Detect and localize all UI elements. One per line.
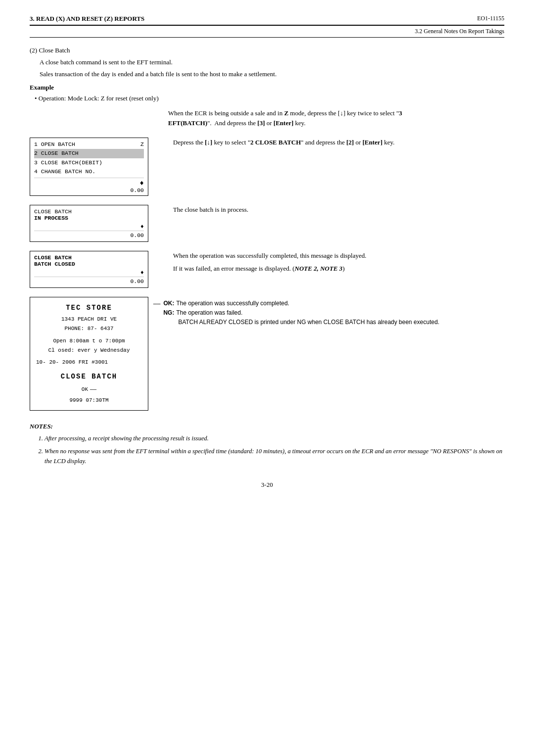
page-number: 3-20 [261,481,273,488]
header-title: 3. READ (X) AND RESET (Z) REPORTS [30,15,144,23]
lcd1-display: 1 OPEN BATCHZ 2 CLOSE BATCH 3 CLOSE BATC… [30,138,163,196]
lcd1-section: 1 OPEN BATCHZ 2 CLOSE BATCH 3 CLOSE BATC… [30,138,504,196]
section-desc2: Sales transaction of the day is ended an… [40,69,504,79]
note-2: When no response was sent from the EFT t… [44,446,504,466]
lcd-bottom-1: ♦ [34,178,144,187]
lcd-box-1: 1 OPEN BATCHZ 2 CLOSE BATCH 3 CLOSE BATC… [30,138,148,196]
note-1: After processing, a receipt showing the … [44,433,504,443]
page-footer: 3-20 [30,481,504,489]
lcd2-section: CLOSE BATCH IN PROCESS ♦ 0.00 The close … [30,205,504,242]
receipt-address: 1343 PEACH DRI VE [36,315,142,324]
lcd3-display: CLOSE BATCH BATCH CLOSED ♦ 0.00 [30,251,163,288]
ok-ng-list: OK: The operation was successfully compl… [163,299,439,328]
notes-list: After processing, a receipt showing the … [44,433,504,466]
receipt-hours-closed: Cl osed: ever y Wednesday [36,346,142,355]
header-doc-number: EO1-11155 [477,15,504,22]
lcd-row-3: 3 CLOSE BATCH(DEBIT) [34,158,144,167]
ok-text: The operation was successfully completed… [176,299,289,308]
receipt-time: 9999 07:30TM [36,396,142,405]
lcd3-line1: CLOSE BATCH [34,254,144,261]
ok-ng-section: —— OK: The operation was successfully co… [153,297,504,328]
ng-text: The operation was failed. [176,308,242,318]
section-number: (2) Close Batch [30,47,504,54]
ng-line: NG: The operation was failed. [163,308,439,318]
lcd3-line2: BATCH CLOSED [34,261,144,267]
notes-title: NOTES: [30,423,504,430]
lcd2-diamond: ♦ [34,223,144,230]
lcd-box-2: CLOSE BATCH IN PROCESS ♦ 0.00 [30,205,148,242]
page-header: 3. READ (X) AND RESET (Z) REPORTS EO1-11… [30,15,504,26]
receipt-ok-line: OK —— [36,385,142,394]
lcd2-display: CLOSE BATCH IN PROCESS ♦ 0.00 [30,205,163,242]
receipt-hours-open: Open 8:00am t o 7:00pm [36,336,142,346]
receipt-ok-label: OK [82,385,88,394]
ok-key: OK: [163,299,174,308]
para3-text: The close batch is in process. [173,205,504,215]
para4-line1: When the operation was successfully comp… [173,251,504,261]
lcd3-amount: 0.00 [34,277,144,284]
example-label: Example [30,84,504,92]
receipt-section: TEC STORE 1343 PEACH DRI VE PHONE: 87- 6… [30,297,504,411]
para4-line2: If it was failed, an error message is di… [173,264,504,274]
ok-ng-wrapper: —— OK: The operation was successfully co… [153,299,504,328]
lcd2-line1: CLOSE BATCH [34,208,144,215]
para4-text: When the operation was successfully comp… [173,251,504,275]
lcd-row-1: 1 OPEN BATCHZ [34,140,144,149]
ok-ng-arrow: —— [153,300,160,309]
para2-text: Depress the [↓] key to select "2 CLOSE B… [173,138,504,148]
receipt-arrow-icon: —— [90,385,96,394]
notes-section: NOTES: After processing, a receipt showi… [30,423,504,466]
lcd-amount-1: 0.00 [34,187,144,193]
receipt-title: CLOSE BATCH [36,371,142,383]
lcd-row-2: 2 CLOSE BATCH [34,149,144,158]
lcd-row-4: 4 CHANGE BATCH NO. [34,167,144,176]
lcd-box-3: CLOSE BATCH BATCH CLOSED ♦ 0.00 [30,251,148,288]
lcd2-line2: IN PROCESS [34,215,144,221]
receipt-date: 10- 20- 2006 FRI #3001 [36,358,142,367]
example-bullet: • Operation: Mode Lock: Z for reset (res… [35,94,504,103]
receipt-box: TEC STORE 1343 PEACH DRI VE PHONE: 87- 6… [30,297,148,411]
ng-key: NG: [163,308,174,318]
lcd2-amount: 0.00 [34,231,144,238]
receipt-phone: PHONE: 87- 6437 [36,324,142,333]
section-desc1: A close batch command is sent to the EFT… [40,57,504,67]
ng-note: BATCH ALREADY CLOSED is printed under NG… [178,318,439,327]
lcd3-section: CLOSE BATCH BATCH CLOSED ♦ 0.00 When the… [30,251,504,288]
receipt-store-name: TEC STORE [36,302,142,314]
para1-text: When the ECR is being outside a sale and… [168,108,445,129]
lcd3-diamond: ♦ [34,269,144,276]
ok-line: OK: The operation was successfully compl… [163,299,439,308]
page-subheader: 3.2 General Notes On Report Takings [30,28,504,38]
receipt-display: TEC STORE 1343 PEACH DRI VE PHONE: 87- 6… [30,297,148,411]
